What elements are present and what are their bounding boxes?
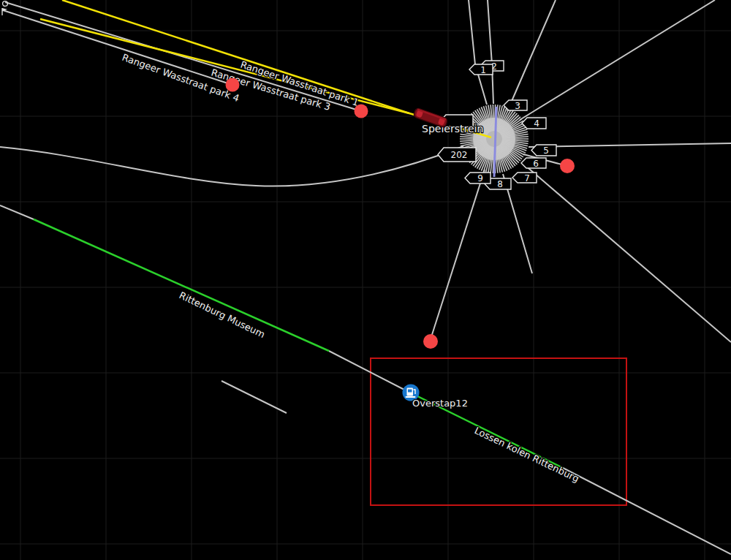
turntable-track-2[interactable]: [488, 0, 493, 104]
turntable-track-9[interactable]: [431, 170, 485, 339]
track-rittenburg-museum[interactable]: [34, 219, 329, 351]
track-museum-west[interactable]: [0, 205, 34, 219]
track-plan-canvas[interactable]: Rangeer Wasstraat park 4 Rangeer Wasstra…: [0, 0, 731, 560]
flag-9[interactable]: 9: [465, 173, 491, 183]
flag-7[interactable]: 7: [512, 173, 537, 183]
turntable-track-4[interactable]: [520, 0, 715, 120]
track-rangeer-park4[interactable]: [3, 10, 232, 85]
flag-202[interactable]: 202: [438, 148, 476, 162]
background-grid: [0, 0, 731, 560]
track-curve-left[interactable]: [0, 146, 463, 186]
label-spelerstrein: Spelerstrein: [422, 123, 483, 135]
signal-dot-park4[interactable]: [226, 78, 240, 92]
flag-6[interactable]: 6: [521, 158, 546, 169]
svg-text:3: 3: [515, 101, 520, 111]
flag-4[interactable]: 4: [522, 118, 546, 129]
signal-dot-track9[interactable]: [423, 334, 438, 349]
endpoint-circle-icon: [3, 1, 8, 7]
track-museum-mid[interactable]: [329, 351, 404, 390]
svg-text:6: 6: [533, 159, 539, 169]
turntable-track-5[interactable]: [529, 143, 731, 147]
track-lines: [0, 0, 731, 554]
turntable-track-3[interactable]: [507, 0, 556, 111]
label-rittenburg-museum: Rittenburg Museum: [178, 290, 267, 340]
turntable-track-1[interactable]: [469, 0, 487, 105]
svg-text:202: 202: [451, 150, 468, 160]
flag-1[interactable]: 1: [469, 64, 493, 75]
label-overstap12: Overstap12: [412, 398, 468, 409]
selection-rectangle: [371, 358, 626, 505]
svg-text:5: 5: [543, 145, 549, 156]
svg-text:4: 4: [534, 118, 539, 129]
signal-dot-park2[interactable]: [355, 105, 368, 118]
turntable-track-7[interactable]: [524, 164, 731, 342]
signal-dot-track6[interactable]: [560, 159, 575, 173]
svg-text:9: 9: [477, 173, 483, 183]
svg-text:8: 8: [497, 179, 503, 189]
svg-text:1: 1: [480, 65, 486, 75]
track-museum-east[interactable]: [563, 468, 731, 554]
flag-5[interactable]: 5: [531, 145, 556, 156]
svg-text:7: 7: [524, 173, 530, 183]
flag-3[interactable]: 3: [504, 100, 527, 111]
label-lossen-kolen: Lossen kolen Rittenburg: [473, 425, 581, 484]
